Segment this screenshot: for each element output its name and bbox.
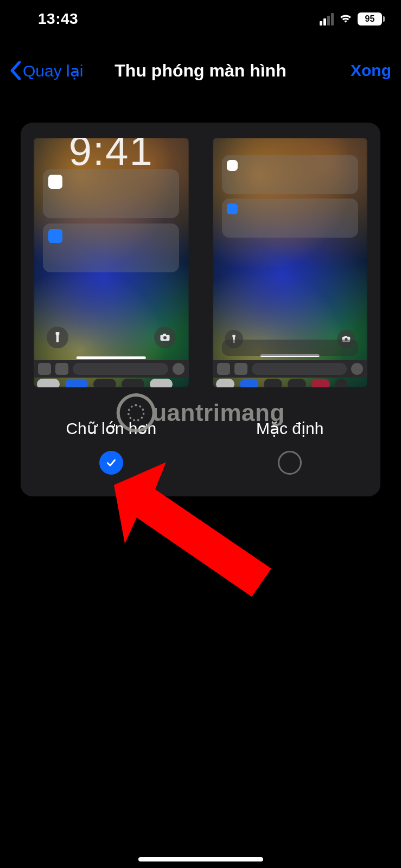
home-indicator[interactable] [138,857,263,861]
option-default-label: Mặc định [256,419,323,438]
svg-rect-5 [345,336,347,337]
mic-chip-icon [351,363,363,375]
svg-point-1 [163,336,167,340]
lockscreen-time-icon: 9:41 [69,138,154,174]
camera-icon [154,327,176,348]
camera-chip-icon [38,363,51,375]
page-title: Thu phóng màn hình [114,61,286,81]
done-button[interactable]: Xong [351,61,391,80]
status-indicators: 95 [320,12,385,26]
zoom-options-panel: 9:41 [21,123,380,496]
option-larger-text-label: Chữ lớn hơn [66,419,156,438]
flashlight-icon [47,327,68,348]
preview-larger-text: 9:41 [34,138,189,387]
appstore-chip-icon [55,363,68,375]
option-default-radio[interactable] [278,451,302,475]
appstore-chip-icon [234,363,247,375]
svg-rect-2 [163,334,166,335]
status-time: 13:43 [38,10,78,28]
checkmark-icon [105,457,117,469]
preview-default [213,138,368,387]
chevron-left-icon [10,61,22,80]
status-bar: 13:43 95 [0,0,401,38]
back-label: Quay lại [23,61,83,80]
option-default[interactable]: Mặc định [213,138,368,475]
battery-percentage: 95 [365,14,375,24]
camera-chip-icon [217,363,230,375]
battery-icon: 95 [358,12,385,25]
mic-chip-icon [173,363,184,375]
back-button[interactable]: Quay lại [10,61,83,80]
option-larger-text[interactable]: 9:41 [34,138,189,475]
cellular-signal-icon [320,13,334,25]
option-larger-text-radio[interactable] [99,451,123,475]
navigation-bar: Quay lại Thu phóng màn hình Xong [0,54,401,87]
wifi-icon [338,12,353,26]
